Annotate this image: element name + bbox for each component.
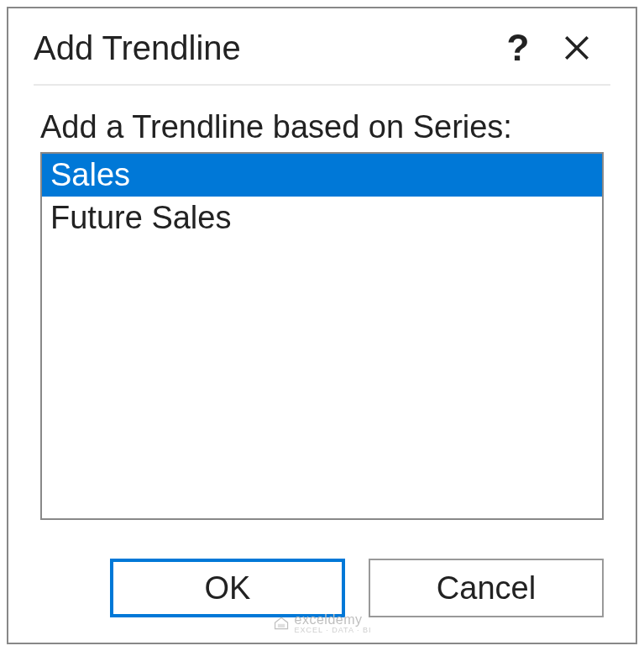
- dialog-content: Add a Trendline based on Series: Sales F…: [8, 86, 636, 537]
- list-item[interactable]: Sales: [42, 154, 602, 197]
- cancel-button[interactable]: Cancel: [369, 559, 604, 617]
- titlebar: Add Trendline ?: [8, 8, 636, 84]
- list-item[interactable]: Future Sales: [42, 197, 602, 239]
- close-icon[interactable]: [543, 34, 610, 62]
- dialog-title: Add Trendline: [34, 29, 493, 67]
- add-trendline-dialog: Add Trendline ? Add a Trendline based on…: [7, 7, 637, 644]
- x-icon: [563, 34, 591, 62]
- prompt-label: Add a Trendline based on Series:: [40, 109, 604, 145]
- ok-button[interactable]: OK: [110, 559, 345, 617]
- help-icon[interactable]: ?: [493, 27, 543, 69]
- series-listbox[interactable]: Sales Future Sales: [40, 152, 604, 520]
- button-row: OK Cancel: [8, 537, 636, 643]
